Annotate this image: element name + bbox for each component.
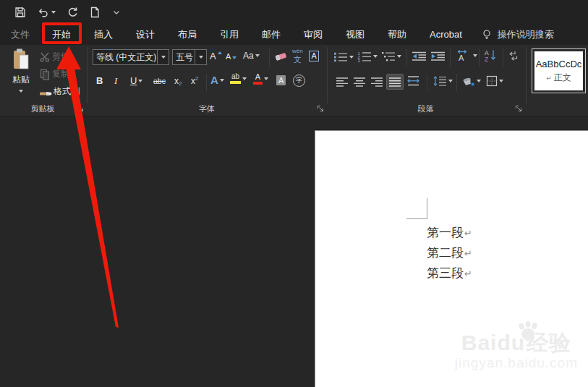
paragraph-line[interactable]: 第一段↵ (427, 223, 472, 243)
borders-button[interactable] (486, 75, 503, 87)
tab-help[interactable]: 帮助 (376, 24, 418, 45)
scissors-icon (39, 51, 51, 62)
font-dialog-launcher[interactable] (317, 105, 325, 113)
numbered-list-icon: 1 2 3 (357, 51, 372, 62)
tab-layout[interactable]: 布局 (166, 24, 208, 45)
character-shading-button[interactable]: A (276, 75, 286, 85)
copy-button[interactable]: 复制 (39, 68, 69, 80)
tab-insert[interactable]: 插入 (82, 24, 124, 45)
lightbulb-icon (481, 29, 493, 41)
font-size-combo[interactable]: 五号 (172, 49, 207, 65)
font-size-value: 五号 (173, 50, 195, 64)
mini-separator (206, 74, 207, 91)
line-spacing-button[interactable] (433, 75, 453, 87)
clipboard-dialog-launcher[interactable] (77, 105, 85, 113)
up-triangle-icon (218, 51, 222, 54)
italic-icon: I (114, 75, 117, 87)
styles-gallery: AaBbCcDc ↵正文 (532, 48, 586, 93)
tab-review[interactable]: 审阅 (292, 24, 334, 45)
margin-corner-mark (427, 198, 427, 219)
tell-me-search[interactable]: 操作说明搜索 (474, 24, 561, 45)
style-card-normal[interactable]: AaBbCcDc ↵正文 (534, 51, 583, 90)
shrink-font-icon: A (226, 52, 231, 61)
mini-separator (503, 49, 503, 67)
svg-text:Z: Z (485, 56, 488, 62)
chevron-down-icon (157, 50, 169, 64)
phonetic-guide-button[interactable]: wén 文 (292, 48, 303, 64)
text-effects-icon: A (210, 74, 218, 86)
paragraph-line[interactable]: 第二段↵ (427, 243, 472, 263)
paragraph-line[interactable]: 第三段↵ (427, 263, 472, 284)
undo-button[interactable] (37, 5, 56, 20)
change-case-button[interactable]: Aa (243, 51, 260, 61)
word-window: 文件 开始 插入 设计 布局 引用 邮件 审阅 视图 帮助 Acrobat 操作… (0, 0, 588, 387)
align-left-icon (336, 77, 349, 87)
tab-mailings[interactable]: 邮件 (250, 24, 292, 45)
cut-button[interactable]: 剪切 (39, 51, 69, 63)
shading-button[interactable] (461, 75, 481, 87)
strikethrough-button[interactable]: abc (153, 77, 166, 85)
style-preview: AaBbCcDc (536, 59, 582, 69)
distribute-button[interactable] (406, 75, 420, 87)
paragraph-dialog-launcher[interactable] (515, 105, 523, 113)
font-name-value: 等线 (中文正文) (93, 50, 157, 64)
tab-acrobat[interactable]: Acrobat (418, 24, 474, 45)
customize-toolbar-button[interactable] (111, 5, 122, 20)
tab-references[interactable]: 引用 (208, 24, 250, 45)
chevron-down-icon (195, 50, 206, 64)
format-painter-button[interactable]: 格式刷 (39, 85, 80, 98)
numbering-button[interactable]: 1 2 3 (357, 51, 378, 62)
paragraph-group-label: 段落 (327, 103, 524, 114)
tab-home[interactable]: 开始 (41, 24, 82, 45)
align-right-button[interactable] (370, 77, 383, 87)
redo-button[interactable] (67, 5, 78, 20)
asian-layout-button[interactable]: A (456, 49, 477, 62)
multilevel-list-button[interactable] (381, 51, 401, 62)
change-case-icon: Aa (243, 51, 254, 61)
font-color-button[interactable]: A (253, 73, 268, 85)
bullet-list-icon (333, 51, 348, 62)
svg-text:A: A (459, 54, 464, 62)
font-color-icon: A (253, 73, 263, 85)
tab-file[interactable]: 文件 (0, 24, 41, 45)
subscript-button[interactable]: x 2 (174, 75, 182, 87)
svg-text:3: 3 (358, 59, 361, 62)
align-left-button[interactable] (336, 77, 349, 87)
italic-button[interactable]: I (114, 75, 117, 87)
tab-design[interactable]: 设计 (124, 24, 166, 45)
mini-separator (456, 74, 457, 91)
underline-icon: U (130, 75, 137, 86)
increase-indent-button[interactable] (430, 51, 446, 61)
bullets-button[interactable] (333, 51, 354, 62)
shrink-font-button[interactable]: A (226, 52, 237, 61)
character-border-icon: A (309, 51, 319, 61)
paste-button[interactable]: 粘贴 (4, 48, 38, 107)
superscript-button[interactable]: x 2 (191, 75, 198, 87)
group-separator (87, 47, 88, 103)
enclose-characters-button[interactable]: 字 (293, 75, 305, 87)
save-button[interactable] (14, 5, 26, 20)
justify-icon (388, 77, 401, 87)
paste-label: 粘贴 (12, 74, 30, 86)
mini-separator (427, 74, 427, 91)
clear-formatting-button[interactable] (274, 51, 288, 62)
bold-button[interactable]: B (96, 75, 103, 86)
justify-button[interactable] (386, 74, 404, 90)
tab-view[interactable]: 视图 (334, 24, 376, 45)
document-page[interactable]: 第一段↵ 第二段↵ 第三段↵ Baidu 经验 jin (315, 130, 588, 387)
underline-button[interactable]: U (130, 75, 142, 86)
grow-font-button[interactable]: A (210, 51, 222, 61)
new-document-button[interactable] (89, 5, 101, 20)
enclose-characters-icon: 字 (293, 75, 305, 87)
text-effects-button[interactable]: A (210, 74, 224, 86)
sort-button[interactable]: A Z (484, 48, 497, 62)
asian-layout-icon: A (456, 49, 472, 62)
align-center-button[interactable] (353, 77, 366, 87)
text-highlight-button[interactable]: ab (230, 73, 247, 84)
decrease-indent-button[interactable] (412, 51, 427, 61)
font-name-combo[interactable]: 等线 (中文正文) (93, 49, 169, 65)
character-border-button[interactable]: A (309, 51, 319, 61)
formatting-marks-button[interactable] (507, 50, 519, 62)
bold-icon: B (96, 75, 103, 86)
customize-toolbar-icon (111, 8, 122, 17)
